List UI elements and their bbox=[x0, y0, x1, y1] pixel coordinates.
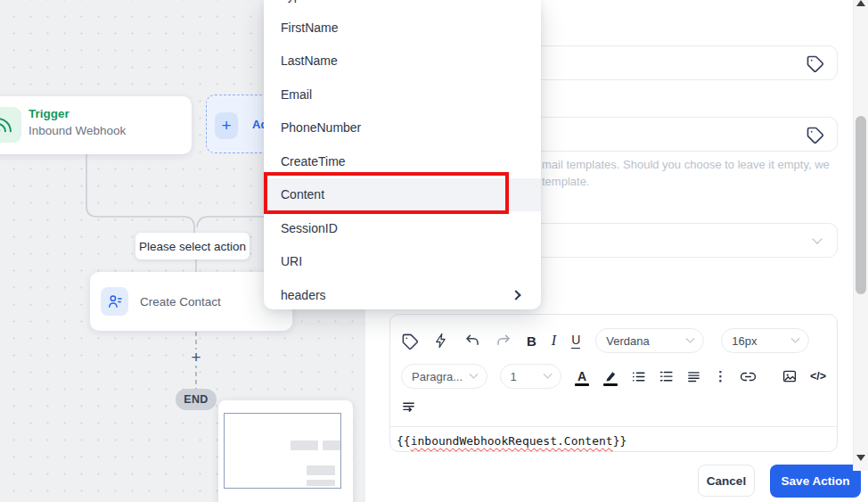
trigger-node-subtitle: Inbound Webhook bbox=[29, 124, 126, 137]
webhook-icon bbox=[0, 107, 21, 143]
dropdown-item-firstname[interactable]: FirstName bbox=[264, 11, 541, 45]
hint-text-line2: template. bbox=[542, 175, 589, 188]
lightning-icon[interactable] bbox=[433, 333, 449, 349]
chevron-down-icon bbox=[544, 369, 553, 378]
select-action-label: Please select action bbox=[135, 233, 250, 259]
dropdown-item-headers[interactable]: headers bbox=[264, 278, 541, 309]
image-icon[interactable] bbox=[782, 368, 798, 384]
link-icon[interactable] bbox=[740, 368, 757, 385]
chevron-down-icon bbox=[812, 234, 822, 243]
bullet-list-icon[interactable] bbox=[631, 369, 646, 384]
align-justify-icon[interactable] bbox=[686, 369, 701, 384]
paragraph-style-value: Paragra... bbox=[412, 370, 463, 383]
chevron-down-icon bbox=[686, 333, 695, 342]
cancel-button[interactable]: Cancel bbox=[698, 465, 755, 497]
more-options-icon[interactable]: ⋮ bbox=[714, 368, 727, 384]
font-family-value: Verdana bbox=[606, 334, 649, 348]
save-action-button[interactable]: Save Action bbox=[770, 465, 861, 498]
tag-icon[interactable] bbox=[806, 126, 823, 144]
dropdown-item-clipped[interactable]: Type bbox=[281, 0, 307, 3]
bold-button[interactable]: B bbox=[527, 333, 536, 349]
workflow-builder-app: Trigger Inbound Webhook + Add Please sel… bbox=[0, 0, 868, 502]
scrollbar-thumb[interactable] bbox=[856, 116, 866, 294]
create-contact-node[interactable]: Create Contact bbox=[90, 272, 292, 331]
color-swatch bbox=[575, 383, 589, 387]
hint-text-line1: mail templates. Should you choose to lea… bbox=[542, 158, 830, 171]
variable-dropdown: Type FirstName LastName Email PhoneNumbe… bbox=[264, 0, 541, 309]
redo-icon[interactable] bbox=[495, 333, 512, 349]
merge-variable: inboundWebhookRequest.Content bbox=[411, 434, 613, 448]
font-size-select[interactable]: 16px bbox=[721, 328, 809, 353]
undo-icon[interactable] bbox=[464, 333, 480, 349]
font-family-select[interactable]: Verdana bbox=[595, 328, 704, 353]
brace-close: }} bbox=[613, 434, 627, 448]
dropdown-item-headers-label: headers bbox=[281, 288, 326, 302]
chevron-down-icon bbox=[791, 333, 800, 342]
font-color-letter: A bbox=[577, 369, 586, 383]
scroll-up-arrow-icon[interactable] bbox=[856, 0, 865, 6]
tag-icon[interactable] bbox=[401, 333, 418, 350]
end-badge: END bbox=[176, 389, 217, 410]
trigger-node[interactable]: Trigger Inbound Webhook bbox=[0, 96, 192, 154]
minimap-node-placeholder bbox=[291, 440, 318, 450]
create-contact-label: Create Contact bbox=[140, 295, 221, 309]
editor-toolbar-row2: Paragra... 1 A bbox=[390, 356, 837, 390]
dropdown-item-phonenumber[interactable]: PhoneNumber bbox=[264, 111, 541, 145]
editor-toolbar-row3 bbox=[390, 390, 837, 416]
minimap-node-placeholder bbox=[323, 440, 340, 450]
editor-toolbar-row1: B I U Verdana 16px bbox=[390, 315, 837, 356]
paragraph-style-select[interactable]: Paragra... bbox=[401, 364, 487, 389]
scroll-down-arrow-icon[interactable] bbox=[856, 455, 865, 461]
chevron-right-icon bbox=[511, 290, 520, 300]
minimap-viewport bbox=[224, 413, 341, 489]
list-level-select[interactable]: 1 bbox=[500, 364, 562, 389]
highlight-swatch bbox=[603, 383, 618, 387]
dropdown-item-createtime[interactable]: CreateTime bbox=[264, 144, 541, 178]
minimap-node-placeholder bbox=[307, 465, 335, 475]
highlight-color-button[interactable] bbox=[602, 366, 618, 386]
dropdown-item-content[interactable]: Content bbox=[264, 178, 541, 212]
minimap[interactable] bbox=[218, 400, 353, 502]
font-size-value: 16px bbox=[732, 334, 757, 348]
code-view-button[interactable]: </> bbox=[810, 370, 826, 383]
font-color-button[interactable]: A bbox=[574, 366, 590, 386]
italic-button[interactable]: I bbox=[552, 333, 556, 349]
dropdown-item-uri[interactable]: URI bbox=[264, 245, 541, 279]
vertical-scrollbar[interactable] bbox=[853, 0, 868, 471]
contact-icon bbox=[101, 287, 128, 316]
trigger-node-title: Trigger bbox=[29, 107, 126, 120]
text-direction-icon[interactable] bbox=[401, 399, 416, 415]
dropdown-item-lastname[interactable]: LastName bbox=[264, 45, 541, 78]
numbered-list-icon[interactable] bbox=[659, 369, 674, 384]
tag-icon[interactable] bbox=[806, 54, 823, 72]
minimap-node-placeholder bbox=[307, 480, 335, 486]
add-step-plus-icon[interactable]: + bbox=[186, 350, 206, 366]
dropdown-item-sessionid[interactable]: SessionID bbox=[264, 211, 541, 245]
list-level-value: 1 bbox=[511, 370, 517, 383]
plus-icon: + bbox=[215, 112, 238, 139]
chevron-down-icon bbox=[469, 369, 478, 378]
editor-content[interactable]: {{inboundWebhookRequest.Content}} bbox=[390, 427, 837, 455]
dropdown-item-email[interactable]: Email bbox=[264, 78, 541, 111]
rich-text-editor: B I U Verdana 16px Paragra... 1 bbox=[389, 314, 838, 452]
brace-open: {{ bbox=[397, 434, 411, 448]
underline-button[interactable]: U bbox=[571, 333, 580, 349]
